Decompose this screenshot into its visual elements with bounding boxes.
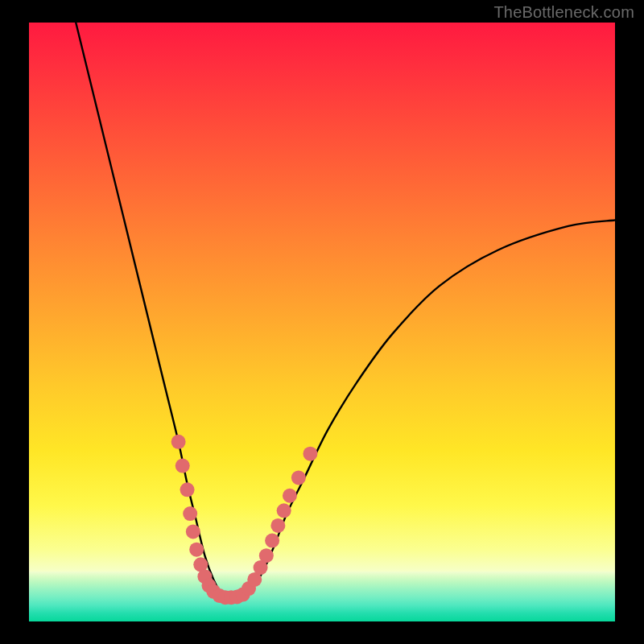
curve-marker (270, 518, 285, 533)
curve-marker (303, 447, 317, 461)
chart-frame: TheBottleneck.com (0, 0, 644, 644)
curve-marker (189, 543, 204, 557)
curve-marker (180, 482, 195, 497)
curve-marker (283, 489, 297, 503)
curve-marker (183, 506, 197, 521)
bottleneck-curve-path (76, 23, 615, 597)
curve-marker (171, 435, 186, 449)
curve-marker (186, 524, 200, 539)
curve-marker (291, 470, 306, 485)
curve-markers (171, 435, 318, 605)
plot-area (29, 23, 615, 621)
bottleneck-curve-svg (29, 23, 615, 621)
curve-marker (175, 459, 190, 473)
watermark-text: TheBottleneck.com (493, 3, 634, 22)
curve-marker (259, 548, 274, 563)
curve-marker (265, 534, 279, 548)
curve-marker (277, 503, 291, 518)
